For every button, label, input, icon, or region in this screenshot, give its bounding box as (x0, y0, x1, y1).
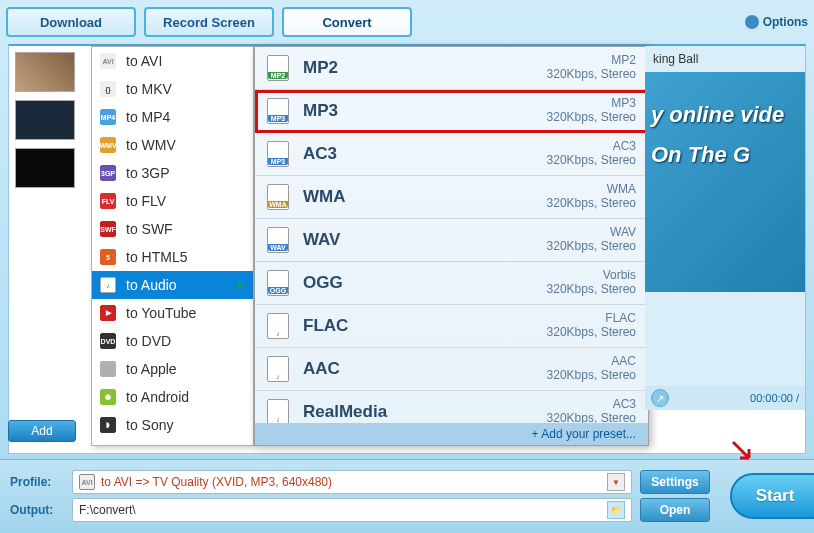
preview-pane: king Ball y online vide On The G (645, 46, 805, 386)
preview-timebar: ↗ 00:00:00 / (645, 386, 805, 410)
format-label: to MP4 (126, 109, 170, 125)
format-item-to-dvd[interactable]: DVDto DVD (92, 327, 253, 355)
preset-name: FLAC (303, 316, 348, 336)
format-label: to WMV (126, 137, 176, 153)
format-item-to-wmv[interactable]: WMVto WMV (92, 131, 253, 159)
format-icon: 3GP (100, 165, 116, 181)
format-item-to-mp4[interactable]: MP4to MP4 (92, 103, 253, 131)
preset-meta: MP2320Kbps, Stereo (547, 53, 636, 81)
video-thumbnail[interactable] (15, 52, 75, 92)
preset-name: AC3 (303, 144, 337, 164)
audio-file-icon: OGG (267, 270, 289, 296)
format-icon: SWF (100, 221, 116, 237)
output-label: Output: (10, 503, 64, 517)
add-preset-link[interactable]: + Add your preset... (255, 423, 648, 445)
audio-preset-flac[interactable]: ♪FLACFLAC320Kbps, Stereo (255, 305, 648, 348)
preview-overlay-text: y online vide (651, 102, 799, 128)
audio-file-icon: MP3 (267, 141, 289, 167)
preset-meta: MP3320Kbps, Stereo (547, 96, 636, 124)
preset-meta: WAV320Kbps, Stereo (547, 225, 636, 253)
format-icon: 5 (100, 249, 116, 265)
folder-icon[interactable]: 📁 (607, 501, 625, 519)
format-label: to DVD (126, 333, 171, 349)
format-label: to Audio (126, 277, 177, 293)
audio-preset-panel: MP2MP2MP2320Kbps, StereoMP3MP3MP3320Kbps… (254, 46, 649, 446)
audio-file-icon: MP2 (267, 55, 289, 81)
audio-preset-ogg[interactable]: OGGOGGVorbis320Kbps, Stereo (255, 262, 648, 305)
format-label: to Android (126, 389, 189, 405)
audio-preset-aac[interactable]: ♪AACAAC320Kbps, Stereo (255, 348, 648, 391)
expand-icon[interactable]: ↗ (651, 389, 669, 407)
options-button[interactable]: Options (745, 15, 808, 29)
preset-name: MP3 (303, 101, 338, 121)
format-item-to-apple[interactable]: to Apple (92, 355, 253, 383)
top-toolbar: Download Record Screen Convert Options (0, 0, 814, 44)
audio-preset-ac3[interactable]: MP3AC3AC3320Kbps, Stereo (255, 133, 648, 176)
profile-label: Profile: (10, 475, 64, 489)
preset-name: RealMedia (303, 402, 387, 422)
settings-button[interactable]: Settings (640, 470, 710, 494)
add-button[interactable]: Add (8, 420, 76, 442)
format-item-to-youtube[interactable]: ▶to YouTube (92, 299, 253, 327)
video-thumbnail[interactable] (15, 148, 75, 188)
preset-name: AAC (303, 359, 340, 379)
open-button[interactable]: Open (640, 498, 710, 522)
format-icon: FLV (100, 193, 116, 209)
format-icon: ◉ (100, 389, 116, 405)
tab-convert[interactable]: Convert (282, 7, 412, 37)
format-icon: MP4 (100, 109, 116, 125)
profile-dropdown[interactable]: AVI to AVI => TV Quality (XVID, MP3, 640… (72, 470, 632, 494)
preset-name: WMA (303, 187, 345, 207)
preset-meta: AAC320Kbps, Stereo (547, 354, 636, 382)
format-item-to-avi[interactable]: AVIto AVI (92, 47, 253, 75)
format-item-to-html5[interactable]: 5to HTML5 (92, 243, 253, 271)
format-label: to Sony (126, 417, 173, 433)
chevron-down-icon[interactable]: ▼ (607, 473, 625, 491)
audio-preset-mp3[interactable]: MP3MP3MP3320Kbps, Stereo (255, 90, 648, 133)
format-icon (100, 361, 116, 377)
options-label: Options (763, 15, 808, 29)
output-value: F:\convert\ (79, 503, 136, 517)
main-area: AVIto AVI{}to MKVMP4to MP4WMVto WMV3GPto… (8, 44, 806, 454)
format-item-to-flv[interactable]: FLVto FLV (92, 187, 253, 215)
format-item-to-swf[interactable]: SWFto SWF (92, 215, 253, 243)
format-icon: ♪ (100, 277, 116, 293)
format-item-to-3gp[interactable]: 3GPto 3GP (92, 159, 253, 187)
format-label: to MKV (126, 81, 172, 97)
thumbnail-strip (9, 46, 94, 453)
audio-file-icon: WMA (267, 184, 289, 210)
format-item-to-sony[interactable]: ◗to Sony (92, 411, 253, 439)
format-item-to-audio[interactable]: ♪to Audio▶ (92, 271, 253, 299)
video-thumbnail[interactable] (15, 100, 75, 140)
format-label: to Apple (126, 361, 177, 377)
audio-file-icon: MP3 (267, 98, 289, 124)
chevron-right-icon: ▶ (238, 280, 245, 290)
preset-meta: FLAC320Kbps, Stereo (547, 311, 636, 339)
format-icon: {} (100, 81, 116, 97)
audio-file-icon: ♪ (267, 399, 289, 425)
preset-meta: AC3320Kbps, Stereo (547, 139, 636, 167)
format-item-to-mkv[interactable]: {}to MKV (92, 75, 253, 103)
bottom-bar: Profile: AVI to AVI => TV Quality (XVID,… (0, 459, 814, 533)
format-item-to-android[interactable]: ◉to Android (92, 383, 253, 411)
audio-file-icon: ♪ (267, 313, 289, 339)
audio-file-icon: ♪ (267, 356, 289, 382)
format-label: to HTML5 (126, 249, 187, 265)
preset-name: OGG (303, 273, 343, 293)
format-label: to FLV (126, 193, 166, 209)
audio-preset-wav[interactable]: WAVWAVWAV320Kbps, Stereo (255, 219, 648, 262)
format-icon: ◗ (100, 417, 116, 433)
format-label: to AVI (126, 53, 162, 69)
preset-meta: Vorbis320Kbps, Stereo (547, 268, 636, 296)
audio-preset-mp2[interactable]: MP2MP2MP2320Kbps, Stereo (255, 47, 648, 90)
preset-meta: AC3320Kbps, Stereo (547, 397, 636, 425)
audio-preset-wma[interactable]: WMAWMAWMA320Kbps, Stereo (255, 176, 648, 219)
format-menu: AVIto AVI{}to MKVMP4to MP4WMVto WMV3GPto… (91, 46, 254, 446)
output-path-input[interactable]: F:\convert\ 📁 (72, 498, 632, 522)
format-icon: ▶ (100, 305, 116, 321)
start-button[interactable]: Start (730, 473, 814, 519)
preset-name: WAV (303, 230, 340, 250)
preview-video[interactable]: y online vide On The G (645, 72, 805, 292)
tab-download[interactable]: Download (6, 7, 136, 37)
tab-record-screen[interactable]: Record Screen (144, 7, 274, 37)
